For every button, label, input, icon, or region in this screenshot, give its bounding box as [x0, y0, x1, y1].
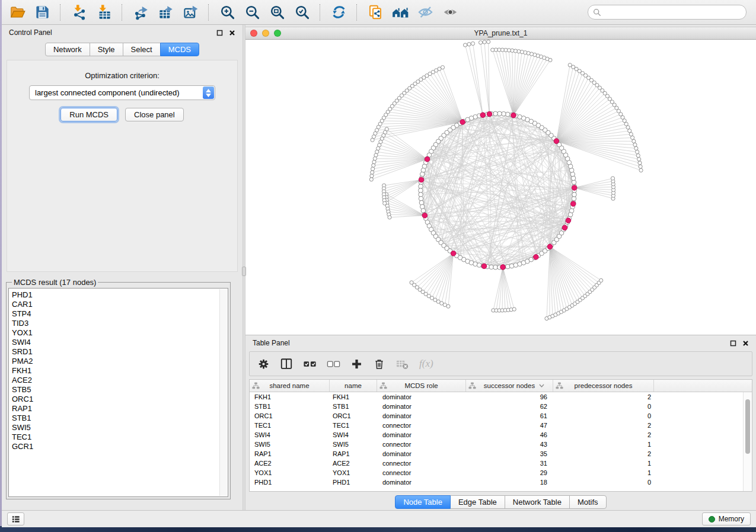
- mcds-result-item[interactable]: YOX1: [12, 328, 219, 338]
- table-scrollbar-thumb[interactable]: [745, 399, 750, 454]
- network-canvas[interactable]: [245, 40, 756, 335]
- hide-selected-button[interactable]: [416, 3, 435, 22]
- add-column-button[interactable]: [350, 355, 363, 373]
- float-panel-button[interactable]: [216, 30, 223, 36]
- table-row[interactable]: YOX1YOX1connector291: [250, 468, 752, 477]
- column-header-MCDS-role[interactable]: MCDS role: [377, 380, 466, 392]
- zoom-fit-button[interactable]: [267, 3, 286, 22]
- table-row[interactable]: ACE2ACE2connector311: [250, 459, 752, 468]
- zoom-selected-button[interactable]: [292, 3, 311, 22]
- clone-network-button[interactable]: [366, 3, 385, 22]
- run-mcds-button[interactable]: Run MCDS: [60, 108, 117, 121]
- refresh-view-button[interactable]: [329, 3, 348, 22]
- column-header-shared-name[interactable]: shared name: [250, 380, 330, 392]
- criterion-dropdown[interactable]: largest connected component (undirected): [29, 85, 215, 100]
- cell: YOX1: [330, 468, 377, 477]
- export-network-button[interactable]: [131, 3, 150, 22]
- mcds-result-item[interactable]: PHD1: [12, 290, 219, 300]
- import-network-button[interactable]: [69, 3, 88, 22]
- import-table-button[interactable]: [94, 3, 113, 22]
- table-panel: Table Panel f(x) shared namenameMC: [245, 335, 756, 510]
- tab-mcds[interactable]: MCDS: [160, 43, 199, 56]
- close-window-icon[interactable]: [250, 30, 257, 37]
- refresh-icon: [331, 4, 347, 20]
- close-table-panel-button[interactable]: [742, 340, 749, 347]
- search-box[interactable]: [588, 5, 747, 20]
- table-panel-header: Table Panel: [245, 335, 756, 351]
- show-columns-button[interactable]: [280, 355, 293, 373]
- close-panel-action-button[interactable]: Close panel: [125, 108, 184, 121]
- mcds-list-scrollbar[interactable]: [219, 289, 227, 496]
- tab-network-table[interactable]: Network Table: [505, 495, 570, 509]
- first-neighbors-button[interactable]: [391, 3, 410, 22]
- table-row[interactable]: STB1STB1dominator620: [250, 402, 752, 411]
- minimize-window-icon[interactable]: [262, 30, 269, 37]
- tab-node-table[interactable]: Node Table: [395, 495, 451, 509]
- search-input[interactable]: [604, 8, 741, 17]
- zoom-out-button[interactable]: [243, 3, 261, 22]
- cell: STB1: [250, 402, 330, 411]
- export-image-button[interactable]: [181, 3, 200, 22]
- mcds-result-item[interactable]: TID3: [12, 319, 219, 328]
- save-session-button[interactable]: [33, 3, 52, 22]
- show-all-button[interactable]: [441, 3, 460, 22]
- tab-style[interactable]: Style: [90, 43, 123, 56]
- mcds-result-item[interactable]: ORC1: [12, 395, 219, 404]
- task-history-button[interactable]: [7, 512, 24, 525]
- table-row[interactable]: TEC1TEC1connector472: [250, 421, 752, 430]
- mcds-result-item[interactable]: SWI4: [12, 338, 219, 347]
- tab-select[interactable]: Select: [123, 43, 161, 56]
- zoom-out-icon: [244, 4, 260, 20]
- memory-button[interactable]: Memory: [702, 512, 751, 525]
- cell: 0: [553, 402, 654, 411]
- open-file-button[interactable]: [8, 3, 27, 22]
- mcds-result-item[interactable]: SWI5: [12, 423, 219, 432]
- zoom-in-button[interactable]: [218, 3, 237, 22]
- mcds-result-list[interactable]: PHD1CAR1STP4TID3YOX1SWI4SRD1PMA2FKH1ACE2…: [8, 288, 228, 497]
- mcds-result-item[interactable]: STB1: [12, 414, 219, 423]
- float-table-panel-button[interactable]: [730, 340, 736, 347]
- mcds-result-item[interactable]: STP4: [12, 309, 219, 319]
- cell-filler: [654, 392, 752, 402]
- close-panel-button[interactable]: [229, 30, 235, 36]
- cell: 61: [466, 411, 553, 421]
- delete-column-button[interactable]: [373, 355, 385, 373]
- cell: 1: [553, 440, 654, 449]
- export-table-button[interactable]: [156, 3, 175, 22]
- mcds-result-item[interactable]: TEC1: [12, 432, 219, 442]
- mcds-result-item[interactable]: SRD1: [12, 347, 219, 357]
- tab-edge-table[interactable]: Edge Table: [450, 495, 505, 509]
- table-row[interactable]: FKH1FKH1dominator962: [250, 392, 752, 402]
- table-row[interactable]: SWI5SWI5connector431: [250, 440, 752, 449]
- mcds-result-item[interactable]: PMA2: [12, 357, 219, 366]
- table-settings-button[interactable]: [257, 355, 270, 373]
- table-row[interactable]: ORC1ORC1dominator610: [250, 411, 752, 421]
- cell: 31: [466, 459, 553, 468]
- table-body: FKH1FKH1dominator962STB1STB1dominator620…: [250, 392, 752, 491]
- table-row[interactable]: PHD1PHD1dominator180: [250, 477, 752, 487]
- tab-network[interactable]: Network: [45, 43, 90, 56]
- column-header-successor-nodes[interactable]: successor nodes: [466, 380, 553, 392]
- mcds-result-item[interactable]: GCR1: [12, 442, 219, 451]
- deselect-all-rows-button[interactable]: [327, 355, 340, 373]
- mcds-result-item[interactable]: RAP1: [12, 404, 219, 414]
- table-scrollbar[interactable]: [743, 392, 752, 491]
- cell: 2: [553, 392, 654, 402]
- sort-chevron-icon[interactable]: [539, 384, 544, 387]
- mcds-result-item[interactable]: CAR1: [12, 300, 219, 309]
- mcds-result-item[interactable]: STB5: [12, 385, 219, 395]
- select-all-rows-button[interactable]: [303, 355, 317, 373]
- column-header-predecessor-nodes[interactable]: predecessor nodes: [553, 380, 654, 392]
- delete-table-button[interactable]: [395, 355, 409, 373]
- tab-motifs[interactable]: Motifs: [569, 495, 607, 509]
- mcds-result-item[interactable]: ACE2: [12, 376, 219, 385]
- panel-splitter[interactable]: [243, 25, 245, 510]
- column-header-name[interactable]: name: [330, 380, 377, 392]
- maximize-window-icon[interactable]: [274, 30, 281, 37]
- cell: 35: [466, 449, 553, 459]
- table-panel-tabs: Node TableEdge TableNetwork TableMotifs: [245, 492, 756, 510]
- apply-function-button[interactable]: f(x): [419, 355, 433, 373]
- mcds-result-item[interactable]: FKH1: [12, 366, 219, 376]
- table-row[interactable]: SWI4SWI4dominator462: [250, 430, 752, 440]
- table-row[interactable]: RAP1RAP1dominator352: [250, 449, 752, 459]
